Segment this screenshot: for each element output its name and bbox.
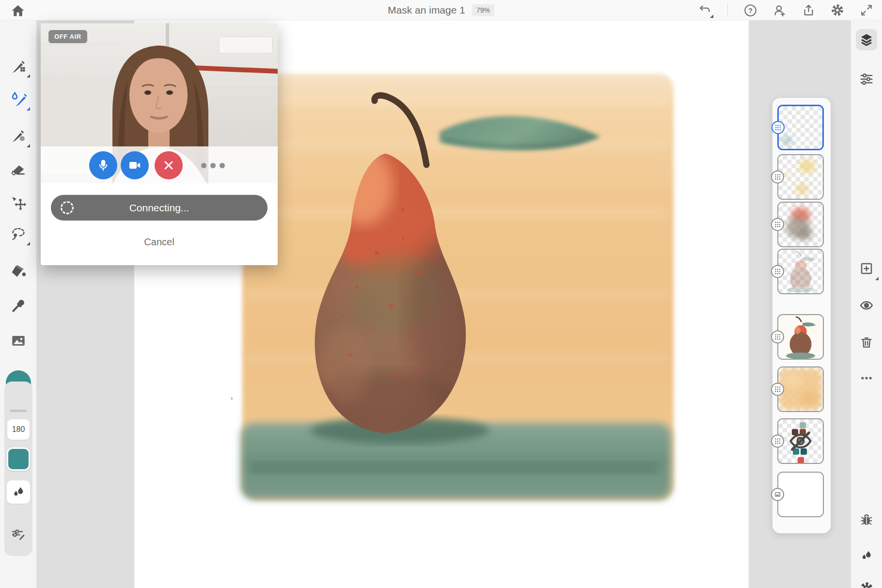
undo-icon[interactable] [698,3,712,17]
mixer-brush-tool[interactable] [8,126,29,146]
eraser-tool[interactable] [8,159,29,179]
help-icon[interactable]: ? [743,3,757,17]
webcam-preview: OFF AIR [41,23,278,183]
live-brush-tool[interactable] [8,89,29,110]
layer-mask-badge[interactable] [772,121,785,134]
hidden-eye-icon [788,429,813,454]
connecting-status-bar: Connecting... [51,195,268,221]
connecting-label: Connecting... [129,202,189,214]
move-tool[interactable] [8,193,29,213]
layer-image-badge[interactable] [771,488,784,501]
settings-icon[interactable] [831,3,844,17]
document-title: Mask an image 1 [388,4,465,16]
fresco-app: Mask an image 1 79% ? [0,0,882,588]
pear-watercolor-painting [231,64,692,510]
layer-mask-badge[interactable] [771,218,784,231]
camera-button[interactable] [121,151,149,179]
layer-thumbnail-4[interactable] [777,249,824,294]
brush-settings-icon[interactable] [9,524,28,544]
more-options-icon[interactable] [856,367,877,389]
panel-rail [851,20,882,588]
fill-tool[interactable] [8,262,29,282]
top-bar: Mask an image 1 79% ? [0,0,882,20]
end-call-button[interactable] [155,151,183,179]
layer-mask-badge[interactable] [771,171,784,184]
layer-mask-badge[interactable] [771,265,784,278]
layer-thumbnail-5[interactable] [777,314,824,360]
eyedropper-tool[interactable] [8,296,29,316]
water-drops-icon[interactable] [856,545,877,566]
livestream-overlay[interactable]: OFF AIR Connecting... Cancel [41,23,278,265]
brush-controls-panel: 180 [4,381,32,556]
layer-mask-badge[interactable] [771,383,784,396]
tool-rail: 180 [0,20,36,588]
add-layer-icon[interactable] [856,258,877,279]
layers-panel-icon[interactable] [856,29,877,50]
zoom-level-badge: 79% [472,4,494,16]
layer-mask-badge[interactable] [771,435,784,448]
layer-thumbnail-1[interactable] [777,105,824,150]
off-air-badge: OFF AIR [48,30,87,43]
spinner-icon [61,201,74,214]
layer-visibility-icon[interactable] [856,295,877,316]
add-person-icon[interactable] [772,3,786,17]
brush-size-slider[interactable] [10,410,27,412]
share-icon[interactable] [802,3,815,17]
topbar-divider [727,3,728,17]
place-image-tool[interactable] [8,331,29,351]
call-controls [41,146,278,183]
adjustments-icon[interactable] [856,68,877,89]
layer-thumbnail-7[interactable] [777,418,824,464]
fullscreen-icon[interactable] [860,3,873,17]
brush-size-value[interactable]: 180 [7,419,30,440]
microphone-button[interactable] [89,151,117,179]
water-flow-button[interactable] [7,480,30,504]
layer-mask-badge[interactable] [771,331,784,344]
delete-layer-icon[interactable] [856,332,877,353]
lasso-select-tool[interactable] [8,224,29,244]
cancel-button[interactable]: Cancel [41,237,278,248]
layer-thumbnail-8[interactable] [777,472,824,517]
color-swatch[interactable] [7,447,30,471]
svg-text:?: ? [748,6,753,14]
layer-thumbnail-2[interactable] [777,154,824,200]
more-options-button[interactable] [198,157,227,174]
pixel-brush-tool[interactable] [8,56,29,77]
layers-panel [772,98,831,533]
layer-thumbnail-6[interactable] [777,366,824,412]
layer-settings-icon[interactable] [856,578,877,588]
layer-thumbnail-3[interactable] [777,202,824,247]
debug-icon[interactable] [856,509,877,530]
